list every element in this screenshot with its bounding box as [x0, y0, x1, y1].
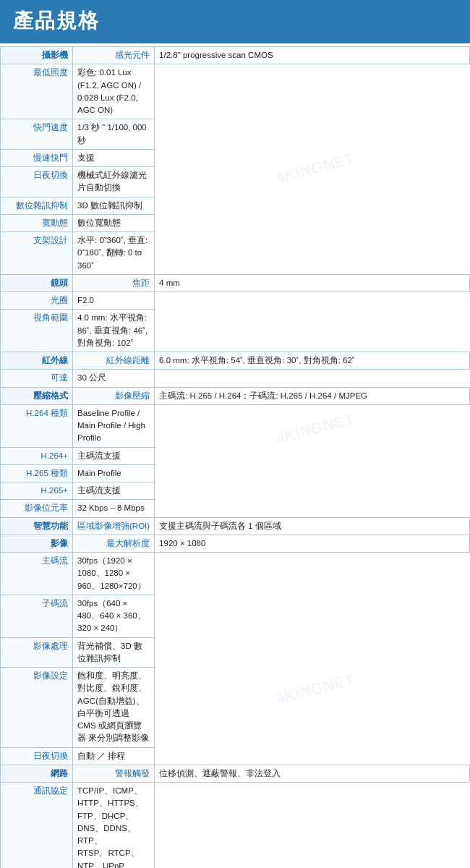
page-header: 產品規格 — [0, 0, 470, 43]
subcategory-cell: 寬動態 — [1, 214, 73, 231]
value-cell: 6.0 mm: 水平視角: 54˚, 垂直視角: 30˚, 對角視角: 62˚ — [155, 352, 470, 370]
subcategory-cell: H.264+ — [1, 447, 73, 464]
table-row: 紅外線紅外線距離6.0 mm: 水平視角: 54˚, 垂直視角: 30˚, 對角… — [1, 352, 470, 370]
value-cell: Baseline Profile / Main Profile / High P… — [73, 404, 155, 447]
table-row: H.265 種類Main Profile — [1, 464, 470, 482]
value-cell: 支援 — [73, 149, 155, 166]
subcategory-cell: H.265 種類 — [1, 464, 73, 482]
subcategory-cell: 主碼流 — [1, 553, 73, 595]
category-cell: 影像 — [1, 535, 73, 552]
table-row: 影像最大解析度1920 × 1080 — [1, 535, 470, 552]
subcategory-cell: 慢速快門 — [1, 149, 73, 166]
value-cell: 彩色: 0.01 Lux (F1.2, AGC ON) / 0.028 Lux … — [73, 64, 155, 119]
table-row: 光圈F2.0 — [1, 292, 470, 310]
value-cell: 主碼流支援 — [73, 447, 155, 464]
table-row: 慢速快門支援 — [1, 149, 470, 166]
subcategory-cell: 紅外線距離 — [73, 352, 155, 370]
table-row: 壓縮格式影像壓縮主碼流: H.265 / H.264；子碼流: H.265 / … — [1, 387, 470, 404]
table-row: 智慧功能區域影像增強(ROI)支援主碼流與子碼流各 1 個區域 — [1, 517, 470, 535]
value-cell: 支援主碼流與子碼流各 1 個區域 — [155, 517, 470, 535]
table-row: 可達30 公尺 — [1, 370, 470, 387]
value-cell: 主碼流支援 — [73, 482, 155, 500]
subcategory-cell: 子碼流 — [1, 595, 73, 637]
table-row: 通訊協定TCP/IP、ICMP、HTTP、HTTPS、FTP、DHCP、DNS、… — [1, 783, 470, 869]
table-row: 影像處理背光補償、3D 數位雜訊抑制 — [1, 637, 470, 668]
value-cell: 機械式紅外線濾光片自動切換 — [73, 167, 155, 197]
subcategory-cell: 最大解析度 — [73, 535, 155, 552]
subcategory-cell: 區域影像增強(ROI) — [73, 517, 155, 535]
table-row: 影像設定飽和度、明亮度、對比度、銳利度、AGC(自動增益)、白平衡可透過 CMS… — [1, 668, 470, 748]
value-cell: 30 公尺 — [73, 370, 155, 387]
table-row: 攝影機感光元件1/2.8" progressive scan CMOS — [1, 47, 470, 64]
table-row: 快門速度1/3 秒 ˜ 1/100, 000 秒 — [1, 119, 470, 150]
value-cell: 3D 數位雜訊抑制 — [73, 197, 155, 214]
category-cell: 智慧功能 — [1, 517, 73, 535]
value-cell: 背光補償、3D 數位雜訊抑制 — [73, 637, 155, 668]
value-cell: 1920 × 1080 — [155, 535, 470, 552]
subcategory-cell: 支架設計 — [1, 232, 73, 275]
value-cell: 30fps（640 × 480、640 × 360、320 × 240） — [73, 595, 155, 637]
subcategory-cell: 警報觸發 — [73, 765, 155, 782]
value-cell: 4 mm — [155, 274, 470, 292]
value-cell: 1/2.8" progressive scan CMOS — [155, 47, 470, 64]
table-row: 日夜切換機械式紅外線濾光片自動切換 — [1, 167, 470, 197]
table-row: 數位雜訊抑制3D 數位雜訊抑制 — [1, 197, 470, 214]
subcategory-cell: H.265+ — [1, 482, 73, 500]
table-row: 寬動態數位寬動態 — [1, 214, 470, 231]
table-row: 影像位元率32 Kbps – 8 Mbps — [1, 500, 470, 517]
value-cell: 飽和度、明亮度、對比度、銳利度、AGC(自動增益)、白平衡可透過 CMS 或網頁… — [73, 668, 155, 748]
category-cell: 紅外線 — [1, 352, 73, 370]
subcategory-cell: H.264 種類 — [1, 404, 73, 447]
subcategory-cell: 日夜切換 — [1, 747, 73, 765]
category-cell: 壓縮格式 — [1, 387, 73, 404]
table-row: 最低照度彩色: 0.01 Lux (F1.2, AGC ON) / 0.028 … — [1, 64, 470, 119]
value-cell: 自動 ／ 排程 — [73, 747, 155, 765]
table-row: H.265+主碼流支援 — [1, 482, 470, 500]
spec-table: 攝影機感光元件1/2.8" progressive scan CMOS最低照度彩… — [0, 46, 470, 868]
subcategory-cell: 最低照度 — [1, 64, 73, 119]
value-cell: 4.0 mm: 水平視角: 86˚, 垂直視角: 46˚, 對角視角: 102˚ — [73, 310, 155, 352]
subcategory-cell: 影像壓縮 — [73, 387, 155, 404]
page-title: 產品規格 — [13, 7, 457, 35]
subcategory-cell: 感光元件 — [73, 47, 155, 64]
table-row: 支架設計水平: 0˜360˚, 垂直: 0˜180˚, 翻轉: 0 to 360… — [1, 232, 470, 275]
value-cell: 32 Kbps – 8 Mbps — [73, 500, 155, 517]
table-row: H.264 種類Baseline Profile / Main Profile … — [1, 404, 470, 447]
subcategory-cell: 影像位元率 — [1, 500, 73, 517]
subcategory-cell: 光圈 — [1, 292, 73, 310]
category-cell: 網路 — [1, 765, 73, 782]
subcategory-cell: 快門速度 — [1, 119, 73, 150]
value-cell: 水平: 0˜360˚, 垂直: 0˜180˚, 翻轉: 0 to 360˚ — [73, 232, 155, 275]
value-cell: F2.0 — [73, 292, 155, 310]
table-row: 日夜切換自動 ／ 排程 — [1, 747, 470, 765]
table-row: 網路警報觸發位移偵測、遮蔽警報、非法登入 — [1, 765, 470, 782]
table-row: 主碼流30fps（1920 × 1080、1280 × 960、1280×720… — [1, 553, 470, 595]
value-cell: 位移偵測、遮蔽警報、非法登入 — [155, 765, 470, 782]
category-cell: 鏡頭 — [1, 274, 73, 292]
table-row: 子碼流30fps（640 × 480、640 × 360、320 × 240） — [1, 595, 470, 637]
table-row: H.264+主碼流支援 — [1, 447, 470, 464]
subcategory-cell: 焦距 — [73, 274, 155, 292]
table-row: 鏡頭焦距4 mm — [1, 274, 470, 292]
table-row: 視角範圍4.0 mm: 水平視角: 86˚, 垂直視角: 46˚, 對角視角: … — [1, 310, 470, 352]
value-cell: 1/3 秒 ˜ 1/100, 000 秒 — [73, 119, 155, 150]
value-cell: Main Profile — [73, 464, 155, 482]
subcategory-cell: 影像處理 — [1, 637, 73, 668]
subcategory-cell: 通訊協定 — [1, 783, 73, 869]
subcategory-cell: 可達 — [1, 370, 73, 387]
subcategory-cell: 數位雜訊抑制 — [1, 197, 73, 214]
category-cell: 攝影機 — [1, 47, 73, 64]
value-cell: 30fps（1920 × 1080、1280 × 960、1280×720） — [73, 553, 155, 595]
value-cell: 主碼流: H.265 / H.264；子碼流: H.265 / H.264 / … — [155, 387, 470, 404]
value-cell: TCP/IP、ICMP、HTTP、HTTPS、FTP、DHCP、DNS、DDNS… — [73, 783, 155, 869]
subcategory-cell: 日夜切換 — [1, 167, 73, 197]
subcategory-cell: 視角範圍 — [1, 310, 73, 352]
value-cell: 數位寬動態 — [73, 214, 155, 231]
subcategory-cell: 影像設定 — [1, 668, 73, 748]
